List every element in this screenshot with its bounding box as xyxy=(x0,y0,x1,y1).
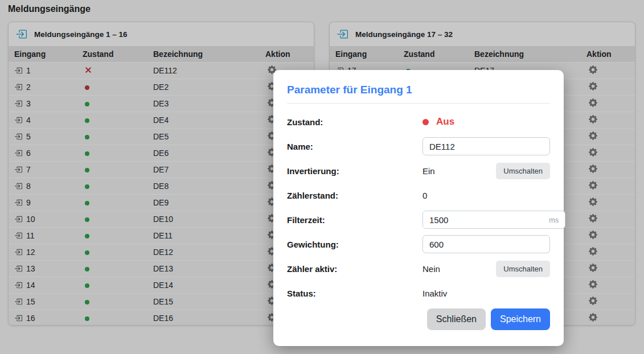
name-label: Name: xyxy=(287,142,423,151)
status-label: Status: xyxy=(287,289,423,298)
zaehler-aktiv-value: Nein xyxy=(423,264,440,274)
zaehlerstand-label: Zählerstand: xyxy=(287,191,423,200)
save-button[interactable]: Speichern xyxy=(491,308,550,330)
field-row-zaehler-aktiv: Zähler aktiv: Nein Umschalten xyxy=(287,260,550,278)
field-row-gewichtung: Gewichtung: xyxy=(287,235,550,253)
name-input[interactable] xyxy=(423,137,550,155)
dialog-title: Parameter für Eingang 1 xyxy=(287,81,550,104)
zustand-value: Aus xyxy=(436,116,454,127)
state-off-dot xyxy=(423,119,429,125)
zaehler-aktiv-toggle-button[interactable]: Umschalten xyxy=(496,261,550,277)
gewichtung-label: Gewichtung: xyxy=(287,240,423,249)
field-row-filterzeit: Filterzeit: ms xyxy=(287,211,550,229)
parameter-dialog: Parameter für Eingang 1 Zustand: Aus Nam… xyxy=(273,70,564,346)
field-row-zustand: Zustand: Aus xyxy=(287,113,550,131)
invertierung-value: Ein xyxy=(423,166,435,176)
field-row-name: Name: xyxy=(287,137,550,155)
field-row-invertierung: Invertierung: Ein Umschalten xyxy=(287,162,550,180)
zaehler-aktiv-label: Zähler aktiv: xyxy=(287,264,423,274)
field-row-zaehlerstand: Zählerstand: 0 xyxy=(287,186,550,204)
zustand-label: Zustand: xyxy=(287,117,423,127)
filterzeit-unit: ms xyxy=(549,216,565,224)
invertierung-toggle-button[interactable]: Umschalten xyxy=(496,163,550,179)
gewichtung-input[interactable] xyxy=(423,235,550,253)
invertierung-label: Invertierung: xyxy=(287,166,423,176)
status-value: Inaktiv xyxy=(423,289,447,298)
close-button[interactable]: Schließen xyxy=(427,308,486,330)
filterzeit-input[interactable] xyxy=(423,211,549,228)
field-row-status: Status: Inaktiv xyxy=(287,284,550,302)
zaehlerstand-value: 0 xyxy=(423,191,427,200)
dialog-footer: Schließen Speichern xyxy=(287,308,550,330)
filterzeit-label: Filterzeit: xyxy=(287,215,423,225)
